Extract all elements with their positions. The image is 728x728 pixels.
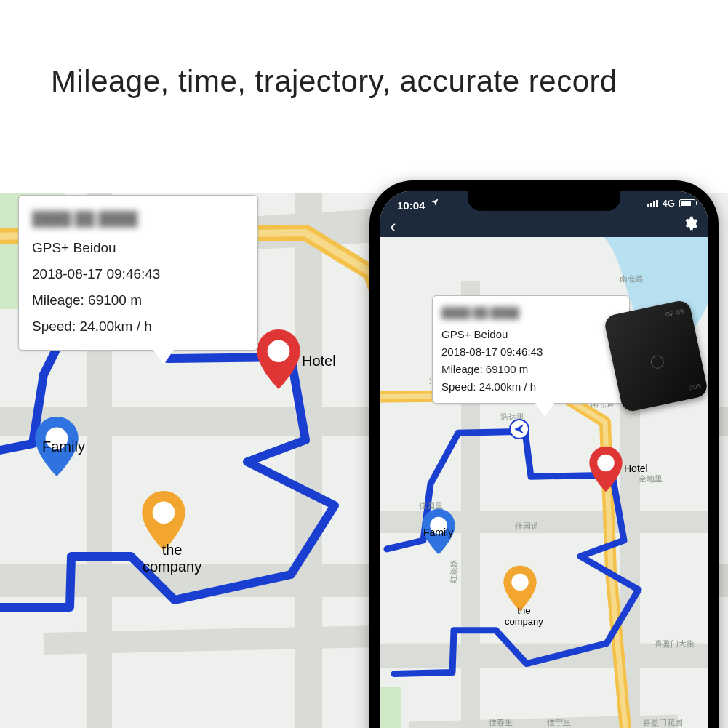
map-label: 红旗路 [449, 559, 460, 583]
map-label: 喜盈门花园 [643, 717, 683, 728]
map-label: 南仓路 [620, 273, 644, 284]
pin-hotel-label: Hotel [624, 463, 648, 474]
svg-point-16 [597, 455, 614, 471]
pin-company-label: the company [143, 542, 201, 575]
map-label: 金地里 [639, 473, 663, 484]
pin-hotel[interactable] [588, 445, 624, 493]
phone-info-callout: ████ ██ ████ GPS+ Beidou 2018-08-17 09:4… [432, 295, 630, 404]
pin-family-label: Family [42, 439, 85, 455]
phone-map[interactable]: 南仓路 浩达公寓 浩达里 南仓道 佳园里 佳园道 佳春里 佳宁里 红旗路 喜盈门… [380, 237, 708, 728]
network-label: 4G [663, 198, 675, 209]
pin-family-label: Family [423, 527, 453, 538]
battery-icon [679, 199, 695, 207]
callout-datetime: 2018-08-17 09:46:43 [441, 343, 620, 361]
callout-title-blurred: ████ ██ ████ [441, 303, 620, 323]
map-label: 喜盈门大街 [655, 639, 695, 649]
callout-title-blurred: ████ ██ ████ [32, 206, 244, 232]
callout-system: GPS+ Beidou [441, 326, 620, 343]
location-arrow-icon [431, 198, 439, 209]
callout-speed: Speed: 24.00km / h [32, 313, 244, 340]
callout-datetime: 2018-08-17 09:46:43 [32, 261, 244, 287]
phone-mockup: 10:04 4G ‹ [369, 180, 719, 728]
status-time: 10:04 [397, 199, 425, 212]
callout-mileage: Mileage: 69100 m [32, 287, 244, 313]
callout-system: GPS+ Beidou [32, 235, 244, 261]
settings-button[interactable] [682, 215, 698, 234]
back-button[interactable]: ‹ [390, 215, 396, 238]
map-label: 佳宁里 [547, 717, 571, 728]
svg-point-8 [153, 501, 175, 524]
pin-company-label: the company [505, 605, 543, 627]
headline: Mileage, time, trajectory, accurate reco… [51, 64, 617, 99]
nav-arrow-icon [509, 419, 529, 439]
phone-notch [468, 191, 620, 211]
pin-hotel-label: Hotel [302, 353, 336, 369]
svg-point-7 [268, 340, 290, 362]
callout-speed: Speed: 24.00km / h [441, 378, 620, 396]
map-label: 佳春里 [489, 717, 513, 728]
callout-mileage: Mileage: 69100 m [441, 361, 620, 378]
map-label: 佳园道 [515, 521, 539, 532]
info-callout: ████ ██ ████ GPS+ Beidou 2018-08-17 09:4… [18, 195, 258, 351]
pin-hotel [255, 328, 303, 391]
svg-point-17 [511, 574, 528, 591]
signal-icon [647, 200, 658, 207]
